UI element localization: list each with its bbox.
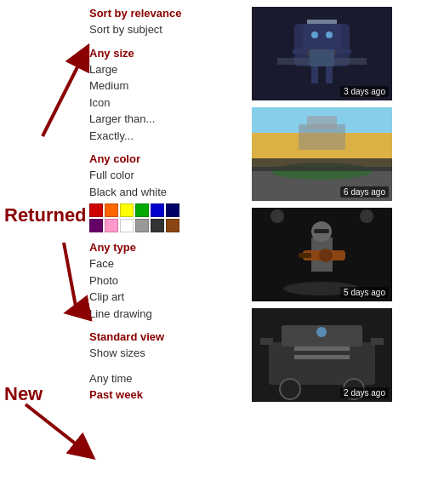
arrow-down-right-icon <box>13 396 98 464</box>
color-header[interactable]: Any color <box>89 152 238 165</box>
color-item-full[interactable]: Full color <box>89 167 238 184</box>
main-container: Returned New <box>0 0 427 504</box>
svg-rect-11 <box>303 24 341 49</box>
image-card-3: 5 days ago <box>252 208 392 301</box>
type-item-face[interactable]: Face <box>89 255 238 272</box>
swatch-pink[interactable] <box>105 219 118 232</box>
svg-rect-41 <box>294 346 350 351</box>
time-item-anytime[interactable]: Any time <box>89 370 238 387</box>
sort-item-subject[interactable]: Sort by subject <box>89 21 238 38</box>
sort-section: Sort by relevance Sort by subject <box>89 7 238 38</box>
size-section: Any size Large Medium Icon Larger than..… <box>89 47 238 145</box>
svg-rect-33 <box>314 229 329 233</box>
svg-rect-25 <box>307 116 337 129</box>
image-card-1: 3 days ago <box>252 7 392 100</box>
svg-point-35 <box>360 209 373 223</box>
svg-rect-44 <box>371 338 384 345</box>
swatch-green[interactable] <box>135 203 149 217</box>
arrow-down-icon <box>26 238 94 324</box>
swatch-orange[interactable] <box>105 203 118 217</box>
image-card-2: 6 days ago <box>252 107 392 201</box>
svg-rect-23 <box>252 158 392 171</box>
type-header[interactable]: Any type <box>89 241 238 254</box>
type-item-line[interactable]: Line drawing <box>89 306 238 323</box>
svg-rect-31 <box>299 253 311 258</box>
swatch-blue[interactable] <box>151 203 164 217</box>
size-header[interactable]: Any size <box>89 47 238 60</box>
swatch-brown[interactable] <box>166 219 179 232</box>
type-section: Any type Face Photo Clip art Line drawin… <box>89 241 238 322</box>
image-timestamp-4: 2 days ago <box>340 387 389 398</box>
view-header[interactable]: Standard view <box>89 330 238 343</box>
size-item-medium[interactable]: Medium <box>89 77 238 94</box>
swatch-white[interactable] <box>120 219 134 232</box>
size-item-large[interactable]: Large <box>89 61 238 78</box>
swatch-purple[interactable] <box>89 219 103 232</box>
size-item-larger[interactable]: Larger than... <box>89 111 238 128</box>
view-section: Standard view Show sizes <box>89 330 238 362</box>
time-section: Any time Past week <box>89 370 238 404</box>
sort-header[interactable]: Sort by relevance <box>89 7 238 20</box>
svg-point-38 <box>280 379 300 399</box>
returned-label: Returned <box>4 204 87 226</box>
svg-rect-15 <box>311 66 318 83</box>
color-item-bw[interactable]: Black and white <box>89 184 238 201</box>
svg-point-45 <box>316 327 327 337</box>
type-item-clipart[interactable]: Clip art <box>89 289 238 306</box>
svg-point-34 <box>270 209 284 223</box>
time-item-pastweek[interactable]: Past week <box>89 387 238 404</box>
svg-rect-18 <box>337 49 351 54</box>
swatch-yellow[interactable] <box>120 203 134 217</box>
svg-line-5 <box>26 404 85 451</box>
swatch-dark-blue[interactable] <box>166 203 179 217</box>
image-timestamp-3: 5 days ago <box>340 287 389 298</box>
size-item-exactly[interactable]: Exactly... <box>89 128 238 145</box>
image-card-4: 2 days ago <box>252 308 392 402</box>
swatch-gray[interactable] <box>135 219 149 232</box>
color-swatches <box>89 203 191 232</box>
image-timestamp-2: 6 days ago <box>340 186 389 198</box>
size-item-icon[interactable]: Icon <box>89 94 238 112</box>
svg-point-13 <box>326 32 333 38</box>
menu-panel: Sort by relevance Sort by subject Any si… <box>81 0 247 504</box>
svg-point-12 <box>311 32 318 38</box>
left-labels: Returned New <box>0 0 81 504</box>
color-section: Any color Full color Black and white <box>89 152 238 232</box>
svg-point-32 <box>319 249 333 262</box>
svg-rect-16 <box>326 66 333 83</box>
svg-rect-10 <box>307 20 337 24</box>
arrow-up-icon <box>17 43 94 145</box>
swatch-red[interactable] <box>89 203 103 217</box>
svg-rect-42 <box>294 355 350 359</box>
swatch-dark-gray[interactable] <box>151 219 164 232</box>
view-item-sizes[interactable]: Show sizes <box>89 345 238 362</box>
image-timestamp-1: 3 days ago <box>340 86 389 97</box>
svg-line-3 <box>64 243 77 311</box>
svg-rect-14 <box>310 49 334 66</box>
type-item-photo[interactable]: Photo <box>89 272 238 289</box>
svg-rect-43 <box>260 338 273 345</box>
svg-line-1 <box>43 55 83 136</box>
svg-rect-17 <box>293 49 307 54</box>
images-panel: 3 days ago 6 days ago <box>247 0 427 504</box>
